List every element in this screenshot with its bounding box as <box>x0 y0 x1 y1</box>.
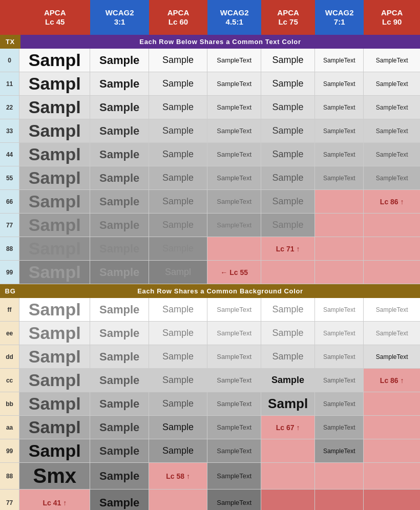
bg-cell-cc-5: Sample <box>261 369 315 392</box>
tx-cell-77-7 <box>364 214 420 237</box>
bg-cell-ee-7: SampleText <box>364 322 420 345</box>
tx-cell-0-5: Sample <box>261 49 315 72</box>
bg-row-ee: ee Sampl Sample Sample SampleText Sample… <box>0 322 420 345</box>
tx-cell-99-7 <box>364 261 420 284</box>
header-col-1: APCALc 45 <box>19 0 90 35</box>
bg-row-aa: aa Sampl Sample Sample SampleText Lc 67 … <box>0 416 420 439</box>
bg-cell-ff-1: Sampl <box>19 298 90 321</box>
tx-cell-22-3: Sample <box>149 96 207 119</box>
tx-cell-88-5: Lc 71 ↑ <box>261 237 315 260</box>
tx-cell-11-5: Sample <box>261 72 315 95</box>
tx-cell-77-4: SampleText <box>207 214 261 237</box>
bg-cell-77-6 <box>315 490 364 510</box>
tx-cell-88-1: Sampl <box>19 237 90 260</box>
bg-row-label-ff: ff <box>0 298 19 321</box>
bg-cell-bb-2: Sample <box>90 392 149 415</box>
bg-cell-dd-5: Sample <box>261 345 315 368</box>
bg-row-88: 88 Smx Sample Lc 58 ↑ SampleText <box>0 463 420 490</box>
tx-cell-99-4: ← Lc 55 <box>207 261 261 284</box>
tx-row-99: 99 Sampl Sample Sampl ← Lc 55 <box>0 261 420 284</box>
bg-cell-bb-6: SampleText <box>315 392 364 415</box>
tx-cell-55-7: SampleText <box>364 166 420 189</box>
bg-cell-77-5 <box>261 490 315 510</box>
tx-cell-88-7 <box>364 237 420 260</box>
bg-cell-bb-5: Sampl <box>261 392 315 415</box>
tx-cell-22-2: Sample <box>90 96 149 119</box>
tx-row-77: 77 Sampl Sample Sample SampleText Sample <box>0 214 420 237</box>
bg-row-label-88: 88 <box>0 463 19 489</box>
bg-row-ff: ff Sampl Sample Sample SampleText Sample… <box>0 298 420 322</box>
tx-row-22: 22 Sampl Sample Sample SampleText Sample… <box>0 96 420 119</box>
tx-cell-22-5: Sample <box>261 96 315 119</box>
tx-cell-33-6: SampleText <box>315 119 364 142</box>
tx-cell-11-2: Sample <box>90 72 149 95</box>
tx-cell-33-5: Sample <box>261 119 315 142</box>
bg-cell-77-3 <box>149 490 207 510</box>
bg-row-label-99: 99 <box>0 439 19 462</box>
tx-cell-44-1: Sampl <box>19 143 90 166</box>
bg-cell-99-1: Sampl <box>19 439 90 462</box>
bg-row-label-77: 77 <box>0 490 19 510</box>
header-label-cell <box>0 0 19 35</box>
tx-cell-66-5: Sample <box>261 190 315 213</box>
tx-cell-11-7: SampleText <box>364 72 420 95</box>
tx-row-66: 66 Sampl Sample Sample SampleText Sample… <box>0 190 420 214</box>
header-row: APCALc 45 WCAG23:1 APCALc 60 WCAG24.5:1 … <box>0 0 420 35</box>
tx-row-label-77: 77 <box>0 214 19 237</box>
bg-cell-ff-3: Sample <box>149 298 207 321</box>
bg-cell-bb-4: SampleText <box>207 392 261 415</box>
tx-cell-88-3: Sample <box>149 237 207 260</box>
tx-cell-22-1: Sampl <box>19 96 90 119</box>
bg-cell-cc-4: SampleText <box>207 369 261 392</box>
tx-cell-55-1: Sampl <box>19 166 90 189</box>
bg-cell-cc-2: Sample <box>90 369 149 392</box>
bg-cell-99-6: SampleText <box>315 439 364 462</box>
tx-cell-33-2: Sample <box>90 119 149 142</box>
bg-cell-88-1: Smx <box>19 463 90 489</box>
tx-cell-0-3: Sample <box>149 49 207 72</box>
bg-cell-ff-7: SampleText <box>364 298 420 321</box>
bg-cell-dd-3: Sample <box>149 345 207 368</box>
bg-cell-ff-2: Sample <box>90 298 149 321</box>
bg-cell-aa-3: Sample <box>149 416 207 439</box>
tx-cell-44-3: Sample <box>149 143 207 166</box>
tx-cell-33-3: Sample <box>149 119 207 142</box>
bg-row-label-dd: dd <box>0 345 19 368</box>
tx-cell-44-4: SampleText <box>207 143 261 166</box>
tx-row-88: 88 Sampl Sample Sample Lc 71 ↑ <box>0 237 420 261</box>
tx-cell-55-4: SampleText <box>207 166 261 189</box>
tx-cell-11-1: Sampl <box>19 72 90 95</box>
tx-cell-33-1: Sampl <box>19 119 90 142</box>
bg-cell-77-7 <box>364 490 420 510</box>
bg-row-77: 77 Lc 41 ↑ Sample SampleText <box>0 490 420 510</box>
bg-cell-aa-6: SampleText <box>315 416 364 439</box>
bg-row-label-aa: aa <box>0 416 19 439</box>
bg-cell-99-5 <box>261 439 315 462</box>
bg-cell-dd-2: Sample <box>90 345 149 368</box>
tx-cell-11-3: Sample <box>149 72 207 95</box>
tx-cell-66-7: Lc 86 ↑ <box>364 190 420 213</box>
bg-cell-ee-4: SampleText <box>207 322 261 345</box>
bg-cell-88-2: Sample <box>90 463 149 489</box>
tx-row-label-88: 88 <box>0 237 19 260</box>
tx-cell-77-2: Sample <box>90 214 149 237</box>
bg-cell-99-2: Sample <box>90 439 149 462</box>
header-col-4: WCAG24.5:1 <box>207 0 261 35</box>
bg-cell-ff-4: SampleText <box>207 298 261 321</box>
tx-cell-55-6: SampleText <box>315 166 364 189</box>
bg-row-bb: bb Sampl Sample Sample SampleText Sampl … <box>0 392 420 416</box>
tx-cell-0-4: SampleText <box>207 49 261 72</box>
tx-cell-22-4: SampleText <box>207 96 261 119</box>
bg-cell-aa-5: Lc 67 ↑ <box>261 416 315 439</box>
bg-cell-99-7 <box>364 439 420 462</box>
bg-cell-77-1: Lc 41 ↑ <box>19 490 90 510</box>
tx-row-label-55: 55 <box>0 166 19 189</box>
bg-cell-ee-5: Sample <box>261 322 315 345</box>
tx-cell-44-2: Sample <box>90 143 149 166</box>
tx-cell-66-3: Sample <box>149 190 207 213</box>
bg-cell-ee-6: SampleText <box>315 322 364 345</box>
tx-cell-44-7: SampleText <box>364 143 420 166</box>
tx-row-label-99: 99 <box>0 261 19 284</box>
tx-row-0: 0 Sampl Sample Sample SampleText Sample … <box>0 49 420 72</box>
main-container: APCALc 45 WCAG23:1 APCALc 60 WCAG24.5:1 … <box>0 0 420 510</box>
